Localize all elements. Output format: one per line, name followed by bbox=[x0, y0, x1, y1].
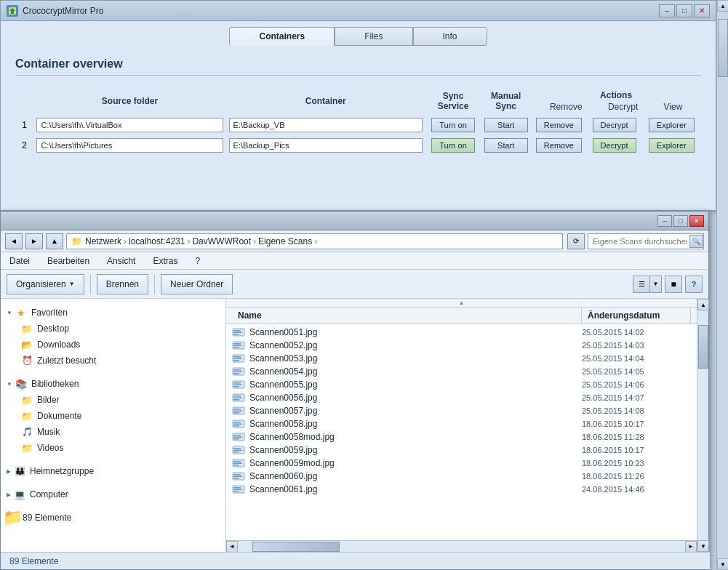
minimize-button[interactable]: – bbox=[659, 4, 675, 17]
tab-files[interactable]: Files bbox=[335, 27, 412, 46]
row2-turnon-button[interactable]: Turn on bbox=[431, 138, 475, 153]
svg-rect-46 bbox=[233, 474, 241, 475]
row2-explorer-button[interactable]: Explorer bbox=[649, 138, 695, 153]
computer-icon: 💻 bbox=[14, 489, 25, 500]
row1-explorer-button[interactable]: Explorer bbox=[649, 118, 695, 132]
search-input[interactable] bbox=[588, 233, 704, 249]
row1-turnon-button[interactable]: Turn on bbox=[431, 118, 475, 132]
maximize-button[interactable]: □ bbox=[676, 4, 692, 17]
file-name: Scannen0051.jpg bbox=[249, 327, 582, 337]
col-name-header[interactable]: Name bbox=[232, 308, 582, 324]
new-folder-button[interactable]: Neuer Ordner bbox=[161, 274, 233, 294]
menu-extras[interactable]: Extras bbox=[150, 254, 180, 268]
col-header-actions: Actions Remove Decrypt View bbox=[531, 87, 701, 115]
list-item[interactable]: Scannen0059.jpg 18.06.2015 10:17 bbox=[226, 443, 697, 457]
list-item[interactable]: Scannen0061.jpg 24.08.2015 14:46 bbox=[226, 483, 697, 496]
row2-start-button[interactable]: Start bbox=[484, 138, 528, 153]
menu-help[interactable]: ? bbox=[192, 254, 203, 268]
menu-bearbeiten[interactable]: Bearbeiten bbox=[44, 254, 92, 268]
up-button[interactable]: ▲ bbox=[46, 233, 63, 249]
search-button[interactable]: 🔍 bbox=[689, 235, 703, 248]
scroll-up-button[interactable]: ▲ bbox=[697, 299, 709, 310]
list-item[interactable]: Scannen0060.jpg 18.06.2015 11:26 bbox=[226, 470, 697, 483]
list-item[interactable]: Scannen0059mod.jpg 18.06.2015 10:23 bbox=[226, 457, 697, 470]
file-icon bbox=[232, 484, 245, 494]
row1-source-input[interactable] bbox=[36, 118, 223, 132]
scroll-thumb[interactable] bbox=[698, 325, 708, 369]
nav-item-videos[interactable]: 📁 Videos bbox=[1, 440, 225, 456]
file-icon bbox=[232, 419, 245, 429]
burn-button[interactable]: Brennen bbox=[97, 274, 148, 294]
help-button[interactable]: ? bbox=[685, 276, 703, 293]
nav-item-recent[interactable]: ⏰ Zuletzt besucht bbox=[1, 353, 225, 369]
tab-info[interactable]: Info bbox=[413, 27, 487, 46]
back-button[interactable]: ◄ bbox=[5, 233, 23, 249]
h-scroll-thumb[interactable] bbox=[252, 542, 340, 552]
list-item[interactable]: Scannen0058mod.jpg 18.06.2015 11:28 bbox=[226, 430, 697, 443]
explorer-minimize-button[interactable]: – bbox=[657, 215, 672, 227]
outer-scroll-thumb[interactable] bbox=[718, 19, 728, 77]
list-item[interactable]: Scannen0058.jpg 18.06.2015 10:17 bbox=[226, 417, 697, 430]
address-path[interactable]: 📁 Netzwerk › localhost:4231 › DavWWWRoot… bbox=[66, 233, 563, 249]
libraries-header[interactable]: ▼ 📚 Bibliotheken bbox=[1, 376, 225, 392]
refresh-button[interactable]: ⟳ bbox=[567, 233, 585, 249]
svg-rect-11 bbox=[233, 358, 242, 360]
outer-scroll-up-button[interactable]: ▲ bbox=[717, 0, 728, 12]
view-dropdown-button[interactable]: ▼ bbox=[650, 276, 662, 293]
list-item[interactable]: Scannen0057.jpg 25.05.2015 14:08 bbox=[226, 404, 697, 417]
right-scrollbar: ▲ ▼ bbox=[697, 299, 708, 552]
row2-container-input[interactable] bbox=[229, 138, 423, 153]
nav-elements-item[interactable]: 📁 89 Elemente bbox=[1, 510, 225, 526]
list-item[interactable]: Scannen0054.jpg 25.05.2015 14:05 bbox=[226, 365, 697, 378]
row1-remove-button[interactable]: Remove bbox=[536, 118, 582, 132]
nav-item-bilder[interactable]: 📁 Bilder bbox=[1, 392, 225, 408]
list-item[interactable]: Scannen0051.jpg 25.05.2015 14:02 bbox=[226, 326, 697, 339]
explorer-window-controls: – □ ✕ bbox=[657, 215, 704, 227]
explorer-close-button[interactable]: ✕ bbox=[689, 215, 704, 227]
row1-decrypt-button[interactable]: Decrypt bbox=[593, 118, 636, 132]
svg-rect-20 bbox=[233, 386, 239, 388]
list-item[interactable]: Scannen0055.jpg 25.05.2015 14:06 bbox=[226, 378, 697, 391]
panel-toggle-button[interactable]: ■ bbox=[665, 276, 682, 293]
horizontal-scrollbar[interactable]: ◄ ► bbox=[226, 540, 697, 552]
computer-header[interactable]: ▶ 💻 Computer bbox=[1, 486, 225, 502]
libraries-arrow: ▼ bbox=[7, 381, 12, 388]
panel-collapse-bar[interactable]: ▲ bbox=[226, 299, 697, 308]
menu-datei[interactable]: Datei bbox=[7, 254, 33, 268]
svg-rect-22 bbox=[233, 396, 241, 397]
list-item[interactable]: Scannen0056.jpg 25.05.2015 14:07 bbox=[226, 391, 697, 404]
h-scroll-track[interactable] bbox=[238, 541, 685, 553]
resize-handle[interactable] bbox=[223, 299, 225, 552]
forward-button[interactable]: ► bbox=[25, 233, 43, 249]
scroll-down-button[interactable]: ▼ bbox=[697, 540, 709, 552]
row2-decrypt-button[interactable]: Decrypt bbox=[593, 138, 636, 153]
svg-rect-36 bbox=[233, 438, 239, 440]
h-scroll-right-button[interactable]: ► bbox=[685, 541, 697, 553]
favorites-header[interactable]: ▼ ★ Favoriten bbox=[1, 305, 225, 321]
explorer-maximize-button[interactable]: □ bbox=[673, 215, 688, 227]
col-date-header[interactable]: Änderungsdatum bbox=[582, 308, 691, 324]
file-icon bbox=[232, 380, 245, 390]
row1-container-input[interactable] bbox=[229, 118, 423, 132]
row2-remove-button[interactable]: Remove bbox=[536, 138, 582, 153]
list-item[interactable]: Scannen0053.jpg 25.05.2015 14:04 bbox=[226, 352, 697, 365]
nav-item-dokumente[interactable]: 📁 Dokumente bbox=[1, 408, 225, 424]
menu-ansicht[interactable]: Ansicht bbox=[104, 254, 138, 268]
outer-scroll-down-button[interactable]: ▼ bbox=[717, 558, 728, 570]
view-list-button[interactable]: ☰ bbox=[633, 276, 650, 293]
row2-source-input[interactable] bbox=[36, 138, 223, 153]
row1-start-button[interactable]: Start bbox=[484, 118, 528, 132]
close-button[interactable]: ✕ bbox=[694, 4, 710, 17]
nav-item-downloads[interactable]: 📂 Downloads bbox=[1, 337, 225, 353]
breadcrumb-part1: Netzwerk bbox=[85, 236, 121, 246]
nav-item-desktop[interactable]: 📁 Desktop bbox=[1, 321, 225, 337]
list-item[interactable]: Scannen0052.jpg 25.05.2015 14:03 bbox=[226, 339, 697, 352]
downloads-label: Downloads bbox=[37, 340, 80, 350]
svg-rect-18 bbox=[233, 382, 241, 384]
homegroup-header[interactable]: ▶ 👪 Heimnetzgruppe bbox=[1, 463, 225, 479]
h-scroll-left-button[interactable]: ◄ bbox=[226, 541, 238, 553]
nav-item-musik[interactable]: 🎵 Musik bbox=[1, 424, 225, 440]
organise-button[interactable]: Organisieren ▼ bbox=[7, 274, 84, 294]
tab-containers[interactable]: Containers bbox=[229, 27, 335, 46]
organise-label: Organisieren bbox=[16, 279, 66, 289]
